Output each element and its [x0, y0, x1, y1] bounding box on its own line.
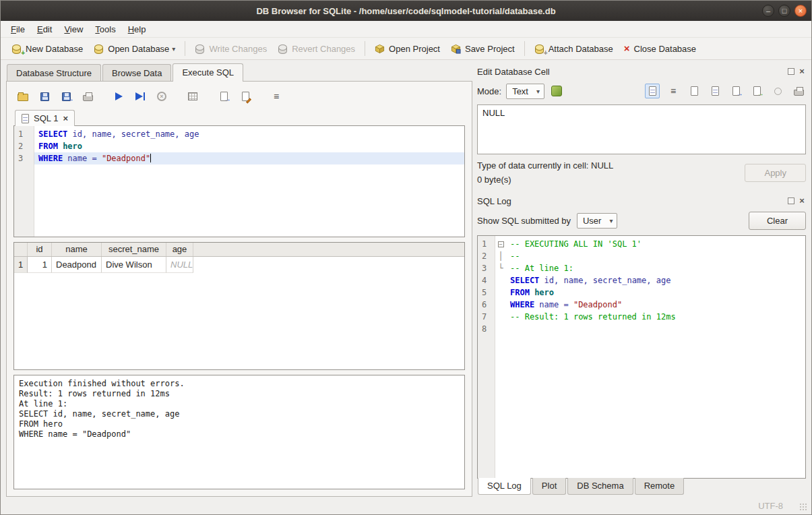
- edit-cell-float-icon[interactable]: [788, 68, 794, 75]
- sql-editor-tab[interactable]: SQL 1 ×: [15, 110, 75, 126]
- word-wrap-button[interactable]: ≡: [267, 88, 286, 105]
- text-mode-button[interactable]: [645, 84, 660, 98]
- cell-editor[interactable]: NULL: [477, 104, 806, 154]
- save-sql-as-button[interactable]: →: [57, 88, 75, 105]
- edit-results-button[interactable]: [236, 88, 255, 105]
- write-changes-icon: [195, 44, 205, 54]
- print-sql-button[interactable]: [78, 88, 97, 105]
- window-controls: – □ ×: [762, 1, 807, 21]
- editor-line-1[interactable]: SELECT id, name, secret_name, age: [34, 128, 464, 140]
- apply-button: Apply: [745, 164, 806, 182]
- tab-database-structure[interactable]: Database Structure: [7, 64, 101, 81]
- tab-browse-data[interactable]: Browse Data: [102, 64, 171, 81]
- menu-tools[interactable]: Tools: [89, 22, 121, 36]
- execute-all-button[interactable]: [109, 88, 128, 105]
- mode-label: Mode:: [477, 86, 501, 96]
- set-null-button[interactable]: [770, 84, 785, 98]
- submitted-by-select[interactable]: User ▾: [577, 213, 617, 229]
- edit-cell-close-icon[interactable]: ×: [798, 67, 806, 75]
- open-project-button[interactable]: Open Project: [369, 41, 445, 57]
- new-database-label: New Database: [26, 44, 83, 54]
- tab-db-schema[interactable]: DB Schema: [567, 478, 633, 495]
- dock-tabbar: SQL Log Plot DB Schema Remote: [477, 479, 806, 497]
- menu-file[interactable]: File: [5, 22, 31, 36]
- sql-log-view[interactable]: 1 2 3 4 5 6 7 8 − │ └ -- EXECUTING ALL I…: [477, 235, 806, 479]
- main-toolbar: + New Database Open Database ▾ Write Cha…: [1, 37, 811, 60]
- status-line: FROM hero: [19, 419, 460, 429]
- resize-grip[interactable]: [799, 503, 807, 511]
- export-cell-button[interactable]: →: [749, 84, 764, 98]
- execute-sql-panel: → × → ≡ SQL 1: [6, 81, 472, 497]
- table-row: 1 1 Deadpond Dive Wilson NULL: [14, 257, 464, 273]
- save-project-button[interactable]: Save Project: [445, 41, 520, 57]
- cell-icon-group: ≡ → →: [645, 84, 806, 98]
- paste-cell-button[interactable]: [708, 84, 722, 98]
- close-window-icon[interactable]: ×: [794, 5, 807, 17]
- open-sql-file-button[interactable]: [13, 88, 32, 105]
- set-null-icon: [774, 88, 782, 95]
- sql-tab-close-icon[interactable]: ×: [63, 115, 68, 123]
- log-line-2: --: [506, 250, 805, 262]
- close-database-button[interactable]: × Close Database: [619, 41, 701, 57]
- cell-age[interactable]: NULL: [166, 257, 193, 273]
- menubar: File Edit View Tools Help: [1, 21, 811, 37]
- import-cell-button[interactable]: →: [728, 84, 743, 98]
- tab-plot[interactable]: Plot: [532, 478, 566, 495]
- column-header-age[interactable]: age: [166, 243, 193, 256]
- revert-changes-button: Revert Changes: [272, 41, 361, 57]
- column-header-secret-name[interactable]: secret_name: [102, 243, 166, 256]
- print-icon: [83, 95, 93, 101]
- tab-remote[interactable]: Remote: [635, 478, 685, 495]
- encoding-indicator[interactable]: UTF-8: [758, 501, 783, 511]
- sql-file-icon: [22, 114, 29, 123]
- main-tabbar: Database Structure Browse Data Execute S…: [6, 63, 472, 81]
- copy-cell-button[interactable]: [687, 84, 701, 98]
- toolbar-separator: [185, 41, 185, 56]
- save-sql-file-button[interactable]: [35, 88, 54, 105]
- fold-minus-icon[interactable]: −: [498, 241, 504, 247]
- word-wrap-icon: ≡: [670, 86, 676, 96]
- log-line-numbers: 1 2 3 4 5 6 7 8: [478, 236, 495, 478]
- maximize-icon[interactable]: □: [778, 5, 790, 17]
- tab-sql-log[interactable]: SQL Log: [478, 478, 531, 495]
- cell-secret-name[interactable]: Dive Wilson: [102, 257, 166, 273]
- sql-log-float-icon[interactable]: [788, 198, 794, 204]
- row-number-cell[interactable]: 1: [14, 257, 28, 273]
- export-results-button[interactable]: →: [214, 88, 233, 105]
- results-grid-button[interactable]: [183, 88, 202, 105]
- column-header-id[interactable]: id: [28, 243, 52, 256]
- cell-name[interactable]: Deadpond: [52, 257, 102, 273]
- status-line: Result: 1 rows returned in 12ms: [19, 389, 460, 399]
- editor-line-2[interactable]: FROM hero: [34, 140, 464, 152]
- print-cell-button[interactable]: [791, 84, 806, 98]
- tab-execute-sql[interactable]: Execute SQL: [173, 63, 243, 82]
- column-header-name[interactable]: name: [52, 243, 102, 256]
- edit-external-button[interactable]: [549, 84, 564, 98]
- menu-edit[interactable]: Edit: [31, 22, 58, 36]
- print-icon: [794, 90, 804, 96]
- sql-log-close-icon[interactable]: ×: [798, 197, 806, 205]
- minimize-icon[interactable]: –: [762, 5, 774, 17]
- editor-code[interactable]: SELECT id, name, secret_name, age FROM h…: [34, 126, 464, 237]
- cell-content: NULL: [482, 108, 505, 118]
- results-corner-cell: [14, 243, 28, 256]
- open-database-label: Open Database: [108, 44, 169, 54]
- cell-id[interactable]: 1: [28, 257, 52, 273]
- main-area: Database Structure Browse Data Execute S…: [1, 60, 811, 497]
- attach-database-button[interactable]: + Attach Database: [529, 41, 619, 57]
- menu-view[interactable]: View: [58, 22, 89, 36]
- word-wrap-cell-button[interactable]: ≡: [666, 84, 681, 98]
- execute-line-button[interactable]: [131, 88, 150, 105]
- open-database-button[interactable]: Open Database ▾: [88, 41, 181, 57]
- mode-select[interactable]: Text ▾: [506, 84, 544, 99]
- clear-button[interactable]: Clear: [749, 212, 806, 230]
- fold-gutter[interactable]: − │ └: [495, 236, 506, 478]
- sql-editor[interactable]: 1 2 3 SELECT id, name, secret_name, age …: [13, 125, 465, 237]
- open-database-dropdown-icon[interactable]: ▾: [172, 45, 175, 53]
- new-database-button[interactable]: + New Database: [6, 41, 88, 57]
- sql-log-header: SQL Log ×: [477, 193, 806, 208]
- menu-help[interactable]: Help: [122, 22, 152, 36]
- editor-line-3[interactable]: WHERE name = "Deadpond": [34, 152, 464, 164]
- export-icon: →: [753, 86, 761, 96]
- log-line-8: [506, 323, 805, 335]
